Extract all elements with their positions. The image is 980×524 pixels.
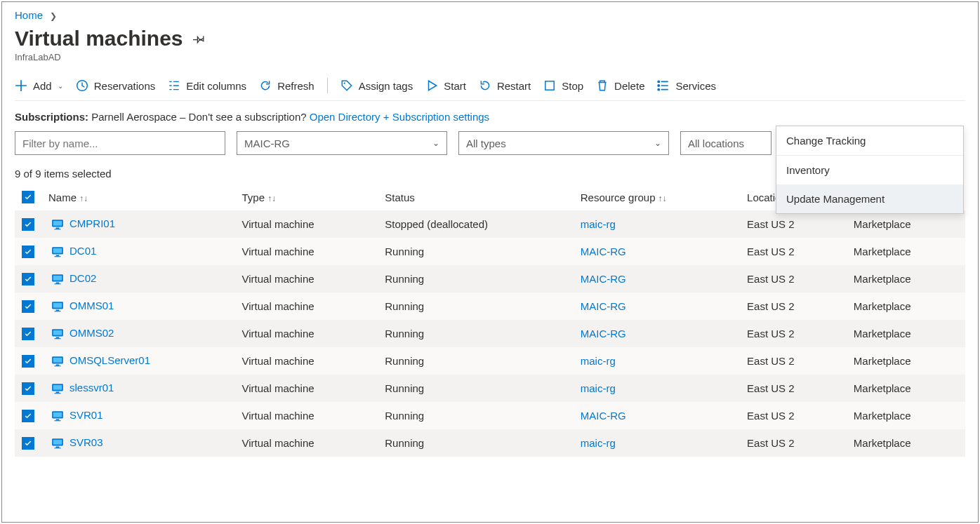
- services-label: Services: [675, 80, 716, 92]
- svg-rect-13: [55, 256, 61, 257]
- row-checkbox[interactable]: [22, 246, 34, 258]
- svg-rect-11: [53, 248, 62, 253]
- vm-name-link[interactable]: OMSQLServer01: [69, 354, 150, 366]
- edit-columns-button[interactable]: Edit columns: [168, 79, 246, 92]
- col-status[interactable]: Status: [379, 185, 574, 210]
- chevron-down-icon: ⌄: [654, 138, 661, 148]
- svg-rect-36: [56, 419, 60, 421]
- svg-rect-16: [56, 283, 60, 284]
- vm-name-link[interactable]: DC01: [69, 245, 96, 257]
- vm-icon: [51, 300, 64, 313]
- row-checkbox[interactable]: [22, 300, 34, 313]
- location-filter-value: All locations: [688, 137, 744, 149]
- add-button[interactable]: Add ⌄: [15, 79, 63, 92]
- vm-name-link[interactable]: OMMS02: [69, 327, 114, 339]
- vm-name-link[interactable]: CMPRI01: [69, 217, 115, 229]
- pin-icon[interactable]: [193, 32, 206, 45]
- delete-button[interactable]: Delete: [596, 79, 644, 92]
- svg-point-3: [658, 81, 660, 82]
- vm-icon: [51, 382, 64, 395]
- resource-group-link[interactable]: MAIC-RG: [581, 410, 626, 422]
- table-row[interactable]: SVR03Virtual machineRunningmaic-rgEast U…: [15, 429, 965, 457]
- location-filter[interactable]: All locations: [680, 131, 772, 155]
- restart-button[interactable]: Restart: [479, 79, 531, 92]
- services-button[interactable]: Services: [657, 79, 716, 92]
- cell-source: Marketplace: [848, 347, 965, 375]
- toolbar: Add ⌄ Reservations Edit columns Refresh …: [15, 78, 965, 101]
- subscriptions-link[interactable]: Open Directory + Subscription settings: [310, 111, 489, 123]
- rg-filter-value: MAIC-RG: [244, 137, 290, 149]
- cell-source: Marketplace: [848, 293, 965, 320]
- resource-group-filter[interactable]: MAIC-RG⌄: [237, 131, 447, 155]
- row-checkbox[interactable]: [22, 437, 34, 450]
- resource-group-link[interactable]: maic-rg: [581, 382, 616, 394]
- row-checkbox[interactable]: [22, 273, 34, 285]
- refresh-button[interactable]: Refresh: [259, 79, 314, 92]
- table-row[interactable]: CMPRI01Virtual machineStopped (deallocat…: [15, 210, 965, 238]
- cell-location: East US 2: [741, 429, 848, 457]
- row-checkbox[interactable]: [22, 355, 34, 368]
- cell-source: Marketplace: [848, 238, 965, 265]
- table-row[interactable]: DC02Virtual machineRunningMAIC-RGEast US…: [15, 265, 965, 293]
- vm-name-link[interactable]: DC02: [69, 272, 96, 284]
- menu-inventory[interactable]: Inventory: [776, 156, 963, 184]
- assign-tags-button[interactable]: Assign tags: [340, 79, 413, 92]
- cell-location: East US 2: [741, 375, 848, 402]
- svg-rect-21: [55, 311, 61, 311]
- vm-name-link[interactable]: SVR01: [69, 409, 103, 421]
- col-name[interactable]: Name↑↓: [43, 185, 237, 210]
- clock-icon: [76, 79, 88, 92]
- resource-group-link[interactable]: maic-rg: [581, 355, 616, 367]
- stop-button[interactable]: Stop: [543, 79, 583, 92]
- table-row[interactable]: OMSQLServer01Virtual machineRunningmaic-…: [15, 347, 965, 375]
- col-type[interactable]: Type↑↓: [237, 185, 380, 210]
- vm-name-link[interactable]: slessvr01: [69, 382, 114, 394]
- resource-group-link[interactable]: MAIC-RG: [581, 328, 626, 340]
- svg-rect-41: [55, 448, 61, 448]
- cell-status: Running: [379, 320, 574, 347]
- vm-name-link[interactable]: SVR03: [69, 436, 103, 448]
- table-row[interactable]: SVR01Virtual machineRunningMAIC-RGEast U…: [15, 402, 965, 429]
- breadcrumb-home[interactable]: Home: [15, 9, 43, 21]
- table-row[interactable]: OMMS02Virtual machineRunningMAIC-RGEast …: [15, 320, 965, 347]
- resource-group-link[interactable]: maic-rg: [581, 218, 616, 230]
- menu-change-tracking[interactable]: Change Tracking: [776, 126, 963, 156]
- table-row[interactable]: DC01Virtual machineRunningMAIC-RGEast US…: [15, 238, 965, 265]
- cell-status: Running: [379, 293, 574, 320]
- row-checkbox[interactable]: [22, 410, 34, 422]
- col-rg[interactable]: Resource group↑↓: [575, 185, 741, 210]
- resource-group-link[interactable]: maic-rg: [581, 437, 616, 449]
- name-filter-input[interactable]: [15, 131, 225, 155]
- cell-type: Virtual machine: [237, 320, 380, 347]
- resource-group-link[interactable]: MAIC-RG: [581, 246, 626, 257]
- svg-rect-15: [53, 276, 62, 281]
- table-row[interactable]: slessvr01Virtual machineRunningmaic-rgEa…: [15, 375, 965, 402]
- reservations-button[interactable]: Reservations: [76, 79, 156, 92]
- cell-status: Running: [379, 375, 574, 402]
- svg-rect-9: [55, 229, 61, 229]
- type-filter[interactable]: All types⌄: [458, 131, 669, 155]
- resource-group-link[interactable]: MAIC-RG: [581, 273, 626, 285]
- chevron-down-icon: ⌄: [432, 138, 439, 148]
- row-checkbox[interactable]: [22, 218, 34, 231]
- vm-icon: [51, 218, 64, 231]
- svg-rect-39: [53, 440, 62, 445]
- cell-source: Marketplace: [848, 429, 965, 457]
- svg-rect-29: [55, 365, 61, 366]
- sort-icon: ↑↓: [267, 194, 276, 203]
- menu-update-management[interactable]: Update Management: [776, 184, 963, 213]
- cell-type: Virtual machine: [237, 265, 380, 293]
- resource-group-link[interactable]: MAIC-RG: [581, 300, 626, 312]
- start-button[interactable]: Start: [425, 79, 466, 92]
- row-checkbox[interactable]: [22, 382, 34, 395]
- vm-name-link[interactable]: OMMS01: [69, 300, 114, 311]
- svg-rect-33: [55, 393, 61, 394]
- row-checkbox[interactable]: [22, 328, 34, 340]
- cell-type: Virtual machine: [237, 375, 380, 402]
- tag-icon: [340, 79, 353, 92]
- select-all-checkbox[interactable]: [22, 191, 34, 203]
- cell-type: Virtual machine: [237, 293, 380, 320]
- cell-status: Running: [379, 402, 574, 429]
- toolbar-divider: [327, 78, 328, 93]
- table-row[interactable]: OMMS01Virtual machineRunningMAIC-RGEast …: [15, 293, 965, 320]
